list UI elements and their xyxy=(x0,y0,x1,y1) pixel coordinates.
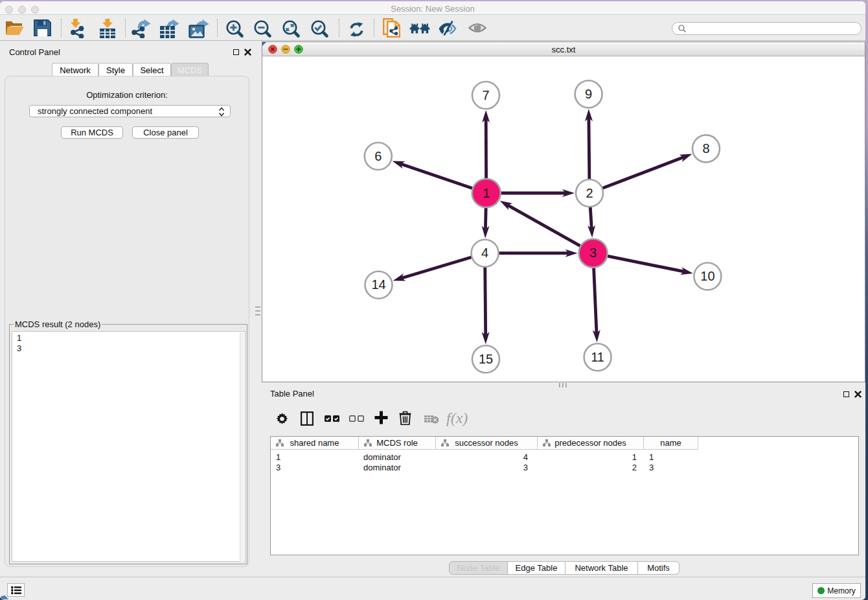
svg-text:3: 3 xyxy=(589,246,597,260)
svg-text:2: 2 xyxy=(586,186,593,200)
svg-text:8: 8 xyxy=(702,141,709,156)
svg-text:10: 10 xyxy=(700,269,714,283)
svg-text:6: 6 xyxy=(374,149,382,163)
svg-text:4: 4 xyxy=(481,246,488,260)
svg-text:9: 9 xyxy=(585,87,592,101)
svg-text:11: 11 xyxy=(591,350,604,364)
svg-text:1: 1 xyxy=(483,186,490,200)
svg-text:7: 7 xyxy=(482,88,489,102)
svg-text:15: 15 xyxy=(479,352,493,366)
svg-text:14: 14 xyxy=(371,277,385,292)
